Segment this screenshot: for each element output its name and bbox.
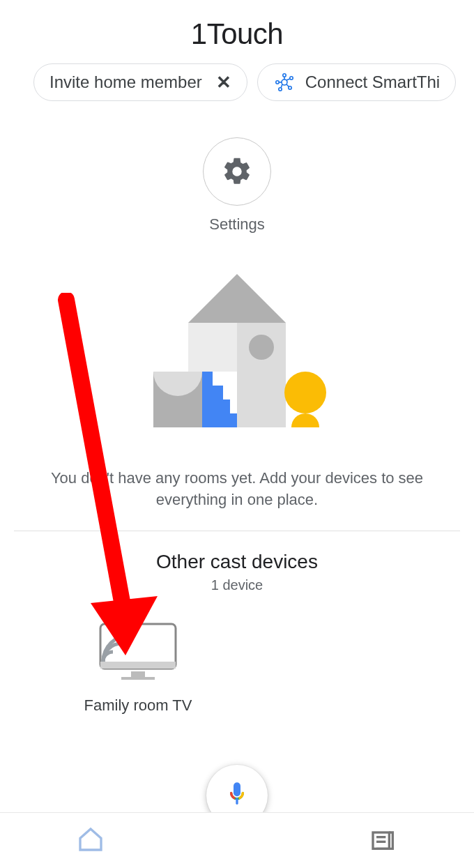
svg-line-10: [281, 84, 282, 88]
svg-point-22: [284, 372, 326, 413]
feed-tab-icon[interactable]: [369, 825, 397, 856]
svg-line-8: [286, 79, 290, 80]
home-title: 1Touch: [0, 0, 474, 63]
connect-smartthings-chip[interactable]: Connect SmartThi: [257, 63, 456, 101]
smartthings-icon: [273, 71, 296, 93]
svg-rect-25: [131, 671, 145, 677]
settings-label: Settings: [209, 215, 265, 234]
suggestion-chip-row: Invite home member ✕ Connect SmartThi: [0, 63, 474, 101]
chip-label: Connect SmartThi: [305, 73, 440, 92]
section-title: Other cast devices: [0, 551, 474, 573]
svg-marker-11: [188, 274, 286, 323]
svg-rect-21: [202, 413, 237, 427]
svg-point-0: [282, 79, 287, 85]
invite-home-member-chip[interactable]: Invite home member ✕: [33, 63, 247, 101]
svg-point-2: [283, 74, 286, 77]
svg-rect-26: [121, 677, 155, 680]
shortcuts-row: Settings: [0, 137, 474, 234]
tv-cast-icon: [96, 620, 180, 685]
bottom-navigation: [0, 812, 474, 868]
svg-point-1: [276, 81, 279, 84]
chip-label: Invite home member: [49, 73, 202, 92]
cast-device-tile[interactable]: Family room TV: [61, 620, 215, 715]
svg-point-14: [249, 335, 274, 360]
empty-home-illustration: [0, 274, 474, 441]
svg-line-9: [286, 84, 289, 87]
other-cast-devices-section: Other cast devices 1 device: [0, 531, 474, 600]
svg-point-5: [279, 88, 282, 91]
svg-rect-12: [188, 323, 237, 372]
svg-rect-24: [100, 662, 176, 669]
settings-shortcut[interactable]: Settings: [203, 137, 271, 234]
empty-state-message: You don't have any rooms yet. Add your d…: [0, 441, 474, 531]
svg-rect-16: [237, 372, 286, 427]
section-device-count: 1 device: [0, 577, 474, 593]
gear-icon: [203, 137, 271, 206]
microphone-icon: [223, 780, 251, 811]
device-name-label: Family room TV: [84, 696, 192, 715]
svg-point-3: [290, 77, 293, 79]
close-icon[interactable]: ✕: [216, 72, 231, 93]
home-tab-icon[interactable]: [77, 825, 105, 856]
